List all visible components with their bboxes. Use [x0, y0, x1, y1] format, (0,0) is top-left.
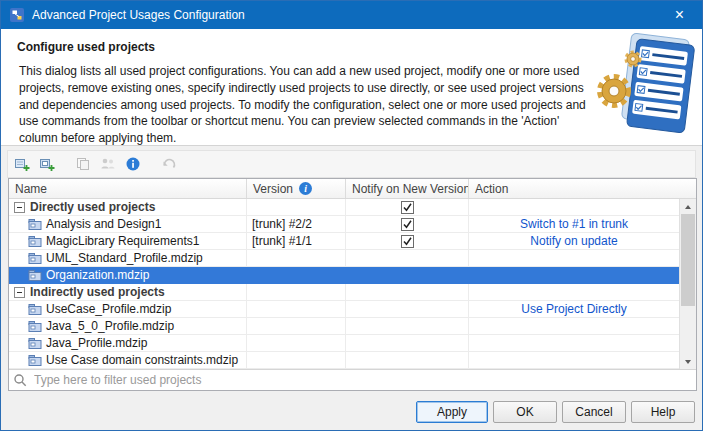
row-action-cell[interactable]	[469, 318, 679, 335]
row-version	[247, 352, 346, 369]
collapse-expander-icon[interactable]	[14, 287, 25, 298]
row-action-cell[interactable]	[469, 284, 679, 301]
row-action-cell[interactable]	[469, 267, 679, 284]
table-row[interactable]: MagicLibrary Requirements1 [trunk] #1/1 …	[9, 233, 679, 250]
column-header-name[interactable]: Name	[9, 179, 247, 198]
project-icon	[28, 252, 42, 265]
row-name-cell[interactable]: UML_Standard_Profile.mdzip	[9, 250, 247, 267]
row-name-cell[interactable]: UseCase_Profile.mdzip	[9, 301, 247, 318]
table-row[interactable]: Directly used projects	[9, 199, 679, 216]
notify-checkbox[interactable]	[401, 218, 414, 231]
toolbar	[7, 150, 696, 178]
row-notify-cell[interactable]	[346, 284, 469, 301]
row-name-cell[interactable]: MagicLibrary Requirements1	[9, 233, 247, 250]
row-action-cell[interactable]	[469, 199, 679, 216]
action-link[interactable]: Switch to #1 in trunk	[520, 217, 628, 231]
row-version	[247, 318, 346, 335]
column-label: Notify on New Version	[352, 182, 469, 196]
row-name-cell[interactable]: Java_5_0_Profile.mdzip	[9, 318, 247, 335]
row-label: Organization.mdzip	[46, 268, 149, 282]
info-icon[interactable]	[122, 153, 144, 175]
row-version	[247, 335, 346, 352]
show-dependencies-icon[interactable]	[97, 153, 119, 175]
table-row[interactable]: Use Case domain constraints.mdzip	[9, 352, 679, 369]
row-action-cell[interactable]: Use Project Directly	[469, 301, 679, 318]
column-header-action[interactable]: Action	[469, 179, 696, 198]
row-name-cell[interactable]: Analysis and Design1	[9, 216, 247, 233]
row-action-cell[interactable]: Notify on update	[469, 233, 679, 250]
row-action-cell[interactable]	[469, 335, 679, 352]
row-notify-cell[interactable]	[346, 216, 469, 233]
row-name-cell[interactable]: Indirectly used projects	[9, 284, 247, 301]
collapse-expander-icon[interactable]	[14, 202, 25, 213]
column-header-version[interactable]: Version i	[247, 179, 346, 198]
vertical-scrollbar[interactable]	[679, 199, 696, 369]
row-version	[247, 301, 346, 318]
project-icon	[28, 235, 42, 248]
ok-button[interactable]: OK	[493, 401, 557, 423]
column-label: Version	[253, 182, 293, 196]
row-label: Use Case domain constraints.mdzip	[46, 353, 238, 367]
row-notify-cell[interactable]	[346, 233, 469, 250]
row-notify-cell[interactable]	[346, 352, 469, 369]
row-name-cell[interactable]: Directly used projects	[9, 199, 247, 216]
close-button[interactable]: ×	[657, 1, 702, 29]
row-notify-cell[interactable]	[346, 267, 469, 284]
filter-row	[9, 369, 696, 390]
button-bar: Apply OK Cancel Help	[416, 401, 695, 423]
filter-input[interactable]	[32, 372, 692, 388]
project-icon	[28, 303, 42, 316]
row-action-cell[interactable]	[469, 352, 679, 369]
notify-checkbox[interactable]	[401, 235, 414, 248]
project-icon	[28, 218, 42, 231]
table-row[interactable]: Analysis and Design1 [trunk] #2/2 Switch…	[9, 216, 679, 233]
scroll-down-icon[interactable]	[680, 354, 696, 369]
cancel-button[interactable]: Cancel	[562, 401, 626, 423]
project-icon	[28, 354, 42, 367]
row-label: MagicLibrary Requirements1	[46, 234, 199, 248]
row-name-cell[interactable]: Use Case domain constraints.mdzip	[9, 352, 247, 369]
add-used-project-icon[interactable]	[11, 153, 33, 175]
banner-title: Configure used projects	[17, 40, 688, 54]
action-link[interactable]: Use Project Directly	[521, 302, 626, 316]
row-version: [trunk] #2/2	[247, 216, 346, 233]
action-link[interactable]: Notify on update	[530, 234, 617, 248]
row-label: Indirectly used projects	[30, 285, 165, 299]
row-notify-cell[interactable]	[346, 335, 469, 352]
table-row[interactable]: UML_Standard_Profile.mdzip	[9, 250, 679, 267]
project-icon	[28, 320, 42, 333]
titlebar[interactable]: Advanced Project Usages Configuration ×	[1, 1, 702, 29]
scrollbar-track[interactable]	[680, 214, 696, 354]
table-row[interactable]: Java_Profile.mdzip	[9, 335, 679, 352]
row-notify-cell[interactable]	[346, 199, 469, 216]
search-icon	[13, 373, 27, 387]
row-name-cell[interactable]: Java_Profile.mdzip	[9, 335, 247, 352]
reset-icon[interactable]	[158, 153, 180, 175]
row-label: Java_5_0_Profile.mdzip	[46, 319, 174, 333]
column-label: Name	[15, 182, 47, 196]
row-action-cell[interactable]: Switch to #1 in trunk	[469, 216, 679, 233]
row-notify-cell[interactable]	[346, 301, 469, 318]
add-indirectly-used-project-icon[interactable]	[36, 153, 58, 175]
app-icon	[9, 7, 25, 23]
help-button[interactable]: Help	[631, 401, 695, 423]
column-header-notify[interactable]: Notify on New Version	[346, 179, 469, 198]
table-row[interactable]: Java_5_0_Profile.mdzip	[9, 318, 679, 335]
copy-icon[interactable]	[72, 153, 94, 175]
scroll-up-icon[interactable]	[680, 199, 696, 214]
table-header: Name Version i Notify on New Version Act…	[9, 179, 696, 199]
row-notify-cell[interactable]	[346, 250, 469, 267]
row-version	[247, 284, 346, 301]
row-notify-cell[interactable]	[346, 318, 469, 335]
scrollbar-thumb[interactable]	[681, 214, 695, 306]
table-row[interactable]: UseCase_Profile.mdzip Use Project Direct…	[9, 301, 679, 318]
row-name-cell[interactable]: Organization.mdzip	[9, 267, 247, 284]
table-row[interactable]: Indirectly used projects	[9, 284, 679, 301]
advanced-project-usages-dialog: Advanced Project Usages Configuration × …	[0, 0, 703, 431]
version-info-icon[interactable]: i	[299, 182, 312, 195]
apply-button[interactable]: Apply	[416, 401, 488, 423]
row-action-cell[interactable]	[469, 250, 679, 267]
notify-checkbox[interactable]	[401, 201, 414, 214]
table-body: Directly used projects Analysis an	[9, 199, 679, 369]
table-row[interactable]: Organization.mdzip	[9, 267, 679, 284]
